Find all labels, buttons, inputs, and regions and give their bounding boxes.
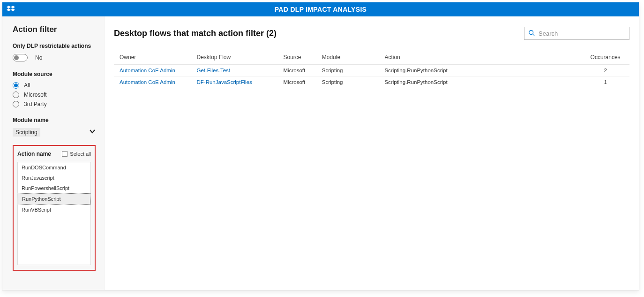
results-table: Owner Desktop Flow Source Module Action …: [114, 50, 629, 88]
cell-owner[interactable]: Automation CoE Admin: [114, 65, 191, 76]
checkbox-icon: [62, 151, 67, 157]
sidebar-title: Action filter: [13, 25, 96, 34]
svg-marker-3: [11, 8, 15, 11]
main-content: Desktop flows that match action filter (…: [105, 16, 639, 290]
action-name-panel: Action name Select all RunDOSCommand Run…: [13, 145, 96, 271]
module-name-label: Module name: [13, 117, 96, 123]
action-item-runjavascript[interactable]: RunJavascript: [18, 173, 90, 183]
radio-label: 3rd Party: [24, 101, 47, 107]
module-name-select[interactable]: Scripting: [13, 128, 96, 137]
cell-module: Scripting: [316, 65, 379, 76]
only-dlp-label: Only DLP restrictable actions: [13, 43, 96, 49]
search-box[interactable]: [524, 27, 629, 40]
table-header-row: Owner Desktop Flow Source Module Action …: [114, 50, 629, 65]
svg-marker-1: [11, 6, 15, 8]
cell-flow[interactable]: DF-RunJavaScriptFiles: [191, 76, 277, 88]
module-source-label: Module source: [13, 71, 96, 77]
col-header-module[interactable]: Module: [316, 50, 379, 65]
cell-action: Scripting.RunPythonScript: [379, 76, 581, 88]
table-row[interactable]: Automation CoE Admin Get-Files-Test Micr…: [114, 65, 629, 76]
action-name-header: Action name Select all: [17, 151, 91, 157]
app-window: PAD DLP IMPACT ANALYSIS Action filter On…: [2, 2, 639, 290]
cell-source: Microsoft: [278, 65, 316, 76]
cell-module: Scripting: [316, 76, 379, 88]
action-name-list[interactable]: RunDOSCommand RunJavascript RunPowershel…: [17, 162, 91, 265]
cell-flow[interactable]: Get-Files-Test: [191, 65, 277, 76]
main-title: Desktop flows that match action filter (…: [114, 29, 277, 38]
sidebar: Action filter Only DLP restrictable acti…: [2, 16, 105, 290]
svg-marker-0: [7, 6, 11, 8]
action-item-runpowershellscript[interactable]: RunPowershellScript: [18, 183, 90, 193]
only-dlp-toggle[interactable]: [13, 54, 28, 61]
cell-occurances: 2: [581, 65, 629, 76]
app-header: PAD DLP IMPACT ANALYSIS: [2, 2, 639, 16]
select-all-label: Select all: [70, 151, 91, 157]
main-header: Desktop flows that match action filter (…: [114, 27, 629, 40]
app-header-title: PAD DLP IMPACT ANALYSIS: [275, 6, 367, 13]
action-item-runpythonscript[interactable]: RunPythonScript: [18, 193, 90, 205]
only-dlp-toggle-row: No: [13, 54, 96, 61]
module-source-option-all[interactable]: All: [13, 82, 96, 89]
svg-line-5: [533, 34, 535, 36]
radio-icon: [13, 91, 19, 98]
radio-icon: [13, 82, 19, 89]
action-name-title: Action name: [17, 151, 51, 157]
app-logo-icon: [6, 5, 15, 14]
select-all-checkbox[interactable]: Select all: [62, 151, 91, 157]
cell-owner[interactable]: Automation CoE Admin: [114, 76, 191, 88]
module-name-value: Scripting: [13, 128, 40, 137]
module-source-radio-group: All Microsoft 3rd Party: [13, 82, 96, 107]
table-row[interactable]: Automation CoE Admin DF-RunJavaScriptFil…: [114, 76, 629, 88]
col-header-occurances[interactable]: Occurances: [581, 50, 629, 65]
module-source-option-third-party[interactable]: 3rd Party: [13, 101, 96, 107]
only-dlp-value: No: [35, 54, 42, 61]
cell-action: Scripting.RunPythonScript: [379, 65, 581, 76]
cell-occurances: 1: [581, 76, 629, 88]
chevron-down-icon: [89, 128, 96, 137]
module-source-option-microsoft[interactable]: Microsoft: [13, 91, 96, 98]
radio-icon: [13, 101, 19, 107]
col-header-flow[interactable]: Desktop Flow: [191, 50, 277, 65]
cell-source: Microsoft: [278, 76, 316, 88]
action-item-runvbscript[interactable]: RunVBScript: [18, 205, 90, 215]
radio-label: All: [24, 82, 30, 89]
svg-point-4: [529, 30, 533, 34]
action-item-rundoscommand[interactable]: RunDOSCommand: [18, 162, 90, 173]
col-header-source[interactable]: Source: [278, 50, 316, 65]
radio-label: Microsoft: [24, 91, 47, 98]
search-icon: [528, 30, 535, 38]
search-input[interactable]: [539, 30, 625, 37]
col-header-owner[interactable]: Owner: [114, 50, 191, 65]
svg-marker-2: [7, 8, 11, 11]
app-body: Action filter Only DLP restrictable acti…: [2, 16, 639, 290]
col-header-action[interactable]: Action: [379, 50, 581, 65]
